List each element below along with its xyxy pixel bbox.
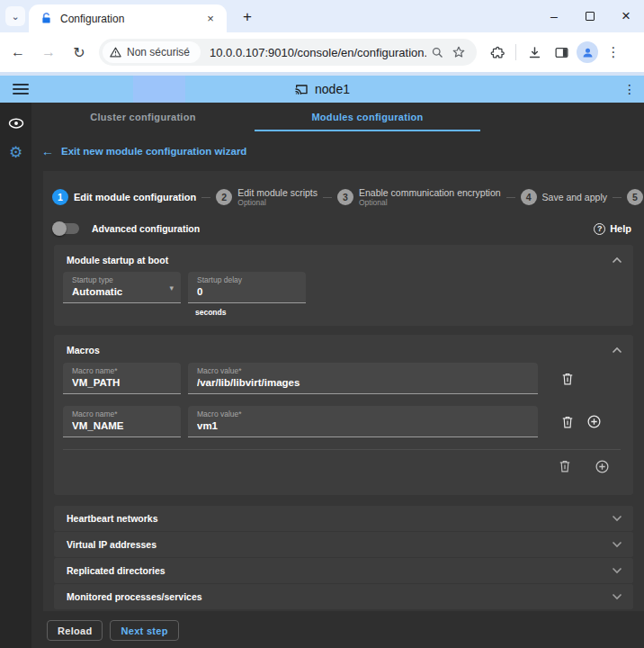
- minimize-button[interactable]: –: [536, 0, 572, 32]
- browser-menu-icon[interactable]: ⋮: [602, 40, 625, 64]
- delete-macro-icon[interactable]: [561, 372, 574, 386]
- browser-toolbar: ← → ↻ Non sécurisé 10.0.0.107:9010/conso…: [0, 32, 644, 72]
- step-enable-communication-encryption[interactable]: 3 Enable communication encryption Option…: [337, 187, 501, 207]
- delete-all-macros-icon[interactable]: [559, 459, 571, 474]
- tab-modules-configuration[interactable]: Modules configuration: [255, 103, 480, 131]
- node-title: node1: [0, 76, 644, 103]
- close-button[interactable]: ×: [608, 0, 644, 32]
- macro-name-value: VM_PATH: [72, 377, 174, 388]
- step-label: Save and apply: [542, 192, 607, 202]
- step-edit-module-scripts[interactable]: 2 Edit module scripts Optional: [216, 187, 318, 207]
- unlock-favicon-icon: [40, 12, 53, 25]
- toolbar-actions: ⋮: [486, 40, 625, 64]
- macro-value-value: vm1: [197, 420, 531, 431]
- macros-card: Macros Macro name* VM_PATH Macro value* …: [54, 335, 633, 495]
- section-virtual-ip-addresses[interactable]: Virtual IP addresses: [54, 532, 633, 557]
- side-panel-icon[interactable]: [550, 40, 573, 64]
- app-menu-icon[interactable]: ⋮: [622, 76, 637, 103]
- window-controls: – ×: [536, 0, 644, 32]
- startup-card-title: Module startup at boot: [67, 255, 612, 266]
- macro-name-label: Macro name*: [72, 366, 174, 375]
- exit-wizard-label: Exit new module configuration wizard: [61, 146, 246, 157]
- step-number: 2: [216, 189, 232, 205]
- next-step-button[interactable]: Next step: [110, 620, 178, 641]
- configuration-tabs: Cluster configuration Modules configurat…: [31, 103, 644, 131]
- startup-type-select[interactable]: Startup type Automatic ▾: [63, 272, 181, 303]
- tab-search-button[interactable]: ⌄: [5, 6, 25, 26]
- section-replicated-directories[interactable]: Replicated directories: [54, 558, 633, 583]
- macro-name-label: Macro name*: [72, 410, 174, 418]
- app-content: ⚙ Cluster configuration Modules configur…: [0, 103, 644, 648]
- security-chip[interactable]: Non sécurisé: [103, 41, 201, 63]
- reload-button[interactable]: Reload: [47, 620, 103, 641]
- downloads-icon[interactable]: [523, 40, 546, 64]
- add-macro-row-icon[interactable]: [595, 459, 610, 474]
- section-monitored-processes[interactable]: Monitored processes/services: [54, 584, 633, 609]
- back-arrow-icon: ←: [41, 144, 54, 158]
- section-label: Replicated directories: [67, 565, 612, 576]
- step-save-and-apply[interactable]: 4 Save and apply: [521, 189, 607, 205]
- maximize-button[interactable]: [572, 0, 608, 32]
- advanced-configuration-toggle[interactable]: [54, 223, 79, 234]
- reload-button[interactable]: ↻: [67, 40, 92, 65]
- browser-window: ⌄ Configuration × + – × ← → ↻ Non sécuri…: [0, 0, 644, 648]
- startup-delay-unit: seconds: [195, 308, 306, 317]
- macro-value-value: /var/lib/libvirt/images: [197, 377, 531, 388]
- address-bar[interactable]: Non sécurisé 10.0.0.107:9010/console/en/…: [99, 39, 477, 66]
- macro-value-label: Macro value*: [197, 366, 531, 375]
- bookmark-star-icon[interactable]: [448, 41, 470, 63]
- step-check-result[interactable]: 5 Check result: [627, 189, 644, 205]
- url-text[interactable]: 10.0.0.107:9010/console/en/configuration…: [210, 46, 426, 59]
- exit-row: ← Exit new module configuration wizard: [31, 131, 644, 171]
- macro-value-input[interactable]: Macro value* vm1: [188, 406, 538, 437]
- wizard-panel: 1 Edit module configuration 2 Edit modul…: [43, 171, 644, 611]
- startup-delay-label: Startup delay: [197, 275, 299, 284]
- zoom-icon[interactable]: [426, 41, 448, 63]
- macro-value-label: Macro value*: [197, 410, 531, 418]
- chevron-down-icon: [612, 567, 622, 574]
- node-name: node1: [315, 82, 350, 96]
- step-sublabel: Optional: [237, 198, 318, 207]
- macro-name-input[interactable]: Macro name* VM_NAME: [63, 406, 181, 437]
- collapse-chevron-up-icon[interactable]: [612, 346, 622, 354]
- gear-icon[interactable]: ⚙: [9, 145, 22, 160]
- back-button[interactable]: ←: [5, 40, 31, 65]
- eye-icon[interactable]: [8, 117, 24, 130]
- chevron-down-icon: ⌄: [11, 11, 19, 22]
- step-connector: [323, 197, 332, 198]
- section-heartbeat-networks[interactable]: Heartbeart networks: [54, 506, 633, 531]
- step-number: 1: [52, 189, 68, 205]
- profile-avatar[interactable]: [577, 41, 598, 63]
- macro-value-input[interactable]: Macro value* /var/lib/libvirt/images: [188, 363, 538, 394]
- advanced-configuration-row: Advanced configuration ? Help: [43, 216, 644, 241]
- delete-macro-icon[interactable]: [561, 415, 574, 429]
- section-label: Virtual IP addresses: [67, 539, 612, 550]
- exit-wizard-link[interactable]: ← Exit new module configuration wizard: [41, 144, 246, 158]
- browser-tab[interactable]: Configuration ×: [29, 4, 227, 32]
- tab-close-icon[interactable]: ×: [203, 12, 218, 25]
- macro-name-input[interactable]: Macro name* VM_PATH: [63, 363, 181, 394]
- add-macro-icon[interactable]: [586, 414, 602, 429]
- maximize-icon: [586, 12, 595, 21]
- step-connector: [613, 197, 622, 198]
- extensions-puzzle-icon[interactable]: [486, 40, 509, 64]
- new-tab-button[interactable]: +: [236, 5, 259, 29]
- startup-delay-input[interactable]: Startup delay 0: [188, 272, 306, 303]
- toolbar-divider: [515, 44, 516, 60]
- macros-footer-actions: [54, 450, 633, 474]
- help-link[interactable]: ? Help: [594, 223, 631, 235]
- startup-type-value: Automatic: [72, 286, 174, 297]
- step-number: 3: [337, 189, 353, 205]
- tab-title: Configuration: [60, 13, 203, 25]
- step-connector: [506, 197, 515, 198]
- startup-type-label: Startup type: [72, 275, 174, 284]
- forward-button[interactable]: →: [36, 40, 61, 65]
- macro-row: Macro name* VM_NAME Macro value* vm1: [63, 406, 633, 437]
- left-rail: ⚙: [0, 103, 31, 648]
- chevron-down-icon: [612, 515, 622, 522]
- step-edit-module-configuration[interactable]: 1 Edit module configuration: [52, 189, 196, 205]
- wizard-stepper: 1 Edit module configuration 2 Edit modul…: [43, 171, 644, 211]
- tab-cluster-configuration[interactable]: Cluster configuration: [31, 103, 255, 131]
- collapse-chevron-up-icon[interactable]: [612, 256, 622, 264]
- macro-name-value: VM_NAME: [72, 420, 174, 431]
